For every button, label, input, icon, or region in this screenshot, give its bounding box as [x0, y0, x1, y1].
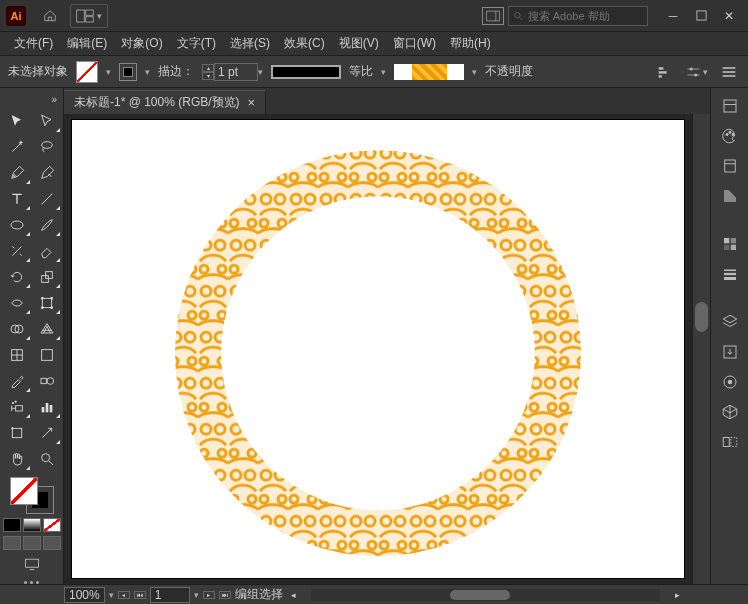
symbols-panel-icon[interactable] — [716, 428, 744, 456]
menu-help[interactable]: 帮助(H) — [444, 33, 497, 54]
menu-effect[interactable]: 效果(C) — [278, 33, 331, 54]
layers-panel-icon[interactable] — [716, 308, 744, 336]
color-guide-panel-icon[interactable] — [716, 182, 744, 210]
free-transform-tool[interactable] — [33, 291, 61, 315]
minimize-button[interactable]: ─ — [660, 6, 686, 26]
width-tool[interactable] — [3, 291, 31, 315]
transparency-panel-icon[interactable] — [716, 398, 744, 426]
zoom-dropdown[interactable]: ▾ — [109, 590, 114, 600]
hscroll-right[interactable]: ▸ — [670, 588, 684, 602]
menu-edit[interactable]: 编辑(E) — [61, 33, 113, 54]
eraser-tool[interactable] — [33, 239, 61, 263]
screen-mode-icon[interactable] — [21, 554, 43, 575]
fill-swatch[interactable] — [76, 61, 98, 83]
svg-rect-2 — [86, 16, 94, 21]
libraries-panel-icon[interactable] — [716, 152, 744, 180]
svg-point-72 — [727, 380, 732, 385]
workspace-switcher-icon[interactable] — [482, 7, 504, 25]
maximize-button[interactable] — [688, 6, 714, 26]
fill-dropdown[interactable]: ▾ — [106, 67, 111, 77]
stroke-weight-down[interactable]: ▾ — [202, 72, 214, 80]
artboard-first[interactable]: ⏮ — [134, 591, 146, 599]
close-button[interactable]: ✕ — [716, 6, 742, 26]
curvature-tool[interactable] — [33, 161, 61, 185]
stroke-dropdown[interactable]: ▾ — [145, 67, 150, 77]
appearance-panel-icon[interactable] — [716, 368, 744, 396]
close-tab-icon[interactable]: × — [248, 95, 256, 110]
shaper-tool[interactable] — [3, 239, 31, 263]
mesh-tool[interactable] — [3, 343, 31, 367]
menu-view[interactable]: 视图(V) — [333, 33, 385, 54]
column-graph-tool[interactable] — [33, 395, 61, 419]
type-tool[interactable] — [3, 187, 31, 211]
stroke-panel-icon[interactable] — [716, 260, 744, 288]
arrange-documents-button[interactable]: ▾ — [70, 4, 108, 28]
zoom-tool[interactable] — [33, 447, 61, 471]
gradient-tool[interactable] — [33, 343, 61, 367]
line-tool[interactable] — [33, 187, 61, 211]
artboard-dropdown[interactable]: ▾ — [194, 590, 199, 600]
hscroll-left[interactable]: ◂ — [287, 588, 301, 602]
color-mode-gradient[interactable] — [23, 518, 41, 532]
stroke-weight-dropdown[interactable]: ▾ — [258, 67, 263, 77]
menu-select[interactable]: 选择(S) — [224, 33, 276, 54]
blend-tool[interactable] — [33, 369, 61, 393]
home-icon[interactable] — [36, 4, 64, 28]
slice-tool[interactable] — [33, 421, 61, 445]
hand-tool[interactable] — [3, 447, 31, 471]
svg-rect-64 — [730, 238, 735, 243]
rotate-tool[interactable] — [3, 265, 31, 289]
color-panel-icon[interactable] — [716, 122, 744, 150]
stroke-weight-up[interactable]: ▴ — [202, 64, 214, 72]
perspective-grid-tool[interactable] — [33, 317, 61, 341]
horizontal-scrollbar[interactable] — [311, 589, 660, 601]
draw-behind-icon[interactable] — [23, 536, 41, 550]
artboard-number[interactable]: 1 — [150, 587, 190, 603]
properties-panel-icon[interactable] — [716, 92, 744, 120]
menu-file[interactable]: 文件(F) — [8, 33, 59, 54]
document-tab[interactable]: 未标题-1* @ 100% (RGB/预览) × — [64, 90, 266, 114]
direct-selection-tool[interactable] — [33, 109, 61, 133]
stroke-weight-input[interactable]: 1 pt — [214, 63, 258, 81]
profile-dropdown[interactable]: ▾ — [381, 67, 386, 77]
shape-builder-tool[interactable] — [3, 317, 31, 341]
artboard[interactable] — [72, 120, 684, 578]
menu-type[interactable]: 文字(T) — [171, 33, 222, 54]
swatches-panel-icon[interactable] — [716, 230, 744, 258]
color-mode-none[interactable] — [43, 518, 61, 532]
artboard-tool[interactable] — [3, 421, 31, 445]
asset-export-panel-icon[interactable] — [716, 338, 744, 366]
panel-menu-icon[interactable] — [718, 61, 740, 83]
artboard-last[interactable]: ⏭ — [219, 591, 231, 599]
brush-dropdown[interactable]: ▾ — [472, 67, 477, 77]
stroke-swatch[interactable] — [119, 63, 137, 81]
opacity-label[interactable]: 不透明度 — [485, 63, 533, 80]
svg-rect-43 — [12, 428, 21, 437]
selection-tool[interactable] — [3, 109, 31, 133]
vertical-scrollbar[interactable] — [692, 114, 710, 584]
svg-point-26 — [50, 297, 52, 299]
preferences-icon[interactable]: ▾ — [686, 61, 708, 83]
color-mode-solid[interactable] — [3, 518, 21, 532]
lasso-tool[interactable] — [33, 135, 61, 159]
artboard-prev[interactable]: ◂ — [118, 591, 130, 599]
stroke-profile[interactable] — [271, 65, 341, 79]
zoom-level[interactable]: 100% — [64, 587, 105, 603]
scale-tool[interactable] — [33, 265, 61, 289]
paintbrush-tool[interactable] — [33, 213, 61, 237]
magic-wand-tool[interactable] — [3, 135, 31, 159]
pen-tool[interactable] — [3, 161, 31, 185]
draw-normal-icon[interactable] — [3, 536, 21, 550]
eyedropper-tool[interactable] — [3, 369, 31, 393]
menu-object[interactable]: 对象(O) — [115, 33, 168, 54]
draw-inside-icon[interactable] — [43, 536, 61, 550]
symbol-sprayer-tool[interactable] — [3, 395, 31, 419]
search-input[interactable] — [508, 6, 648, 26]
menu-window[interactable]: 窗口(W) — [387, 33, 442, 54]
artboard-next[interactable]: ▸ — [203, 591, 215, 599]
toolbox-collapse-icon[interactable]: » — [51, 94, 57, 105]
fill-stroke-swatch[interactable] — [10, 477, 54, 514]
brush-definition[interactable] — [394, 64, 464, 80]
ellipse-tool[interactable] — [3, 213, 31, 237]
align-panel-icon[interactable] — [654, 61, 676, 83]
